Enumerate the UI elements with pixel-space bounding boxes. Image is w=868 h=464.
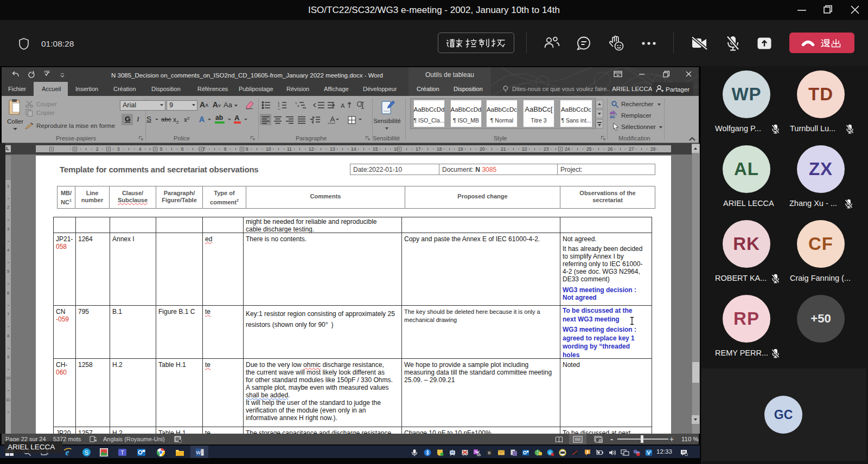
svg-text:2: 2: [278, 104, 280, 107]
svg-text:a: a: [297, 104, 299, 107]
svg-text:T: T: [120, 450, 124, 456]
svg-text:B: B: [488, 450, 490, 455]
svg-text:W: W: [196, 450, 201, 455]
svg-text:S: S: [85, 449, 88, 456]
svg-text:ABC: ABC: [44, 70, 50, 73]
svg-text:A: A: [341, 102, 345, 109]
